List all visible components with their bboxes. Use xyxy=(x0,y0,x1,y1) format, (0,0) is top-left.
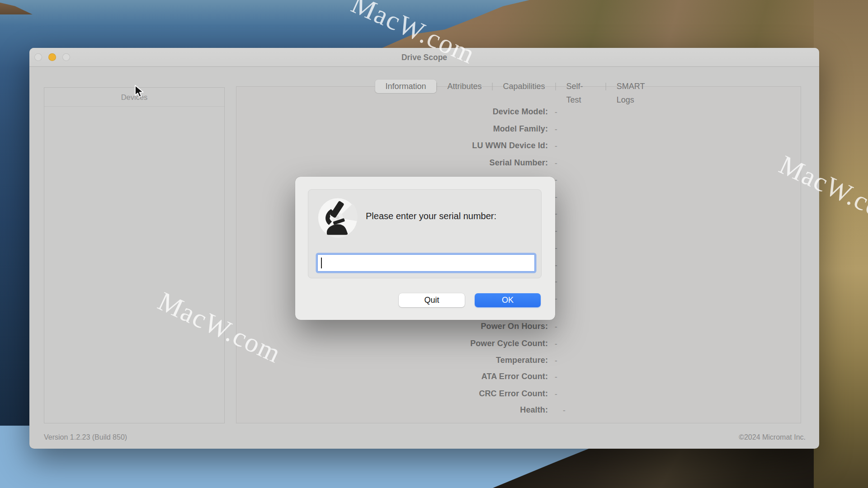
tab-capabilities[interactable]: Capabilities xyxy=(492,80,555,93)
row-label: Temperature: xyxy=(29,353,548,367)
close-button[interactable] xyxy=(34,53,42,61)
serial-dialog: Please enter your serial number: Quit OK xyxy=(295,177,555,320)
serial-input[interactable] xyxy=(317,254,535,272)
wallpaper-rocks xyxy=(493,445,868,488)
tab-information[interactable]: Information xyxy=(375,80,437,93)
row-label: Serial Number: xyxy=(29,156,548,169)
row-label: Device Model: xyxy=(29,105,548,118)
ok-button[interactable]: OK xyxy=(475,293,541,307)
row-value: - xyxy=(555,122,557,136)
info-row: Model Family:- xyxy=(29,122,819,136)
row-label: Power On Hours: xyxy=(29,319,548,333)
row-value: - xyxy=(555,370,557,384)
info-row: Device Model:- xyxy=(29,105,819,118)
info-row: ATA Error Count:- xyxy=(29,370,819,383)
titlebar[interactable]: Drive Scope xyxy=(29,48,819,67)
copyright-text: ©2024 Micromat Inc. xyxy=(739,433,806,441)
row-label: Power Cycle Count: xyxy=(29,337,548,350)
row-label: Health: xyxy=(29,403,548,417)
row-value: - xyxy=(563,404,566,417)
info-row: Power Cycle Count:- xyxy=(29,337,819,350)
wallpaper-cliff xyxy=(814,0,868,488)
tab-self-test[interactable]: Self-Test xyxy=(556,80,605,93)
info-row: Power On Hours:- xyxy=(29,319,819,333)
info-row: CRC Error Count:- xyxy=(29,387,819,400)
info-row: Health:- xyxy=(29,403,819,417)
quit-button[interactable]: Quit xyxy=(399,293,465,307)
row-value: - xyxy=(555,387,557,401)
row-value: - xyxy=(555,320,557,333)
row-label: Model Family: xyxy=(29,122,548,136)
tab-bar: Information Attributes Capabilities Self… xyxy=(375,79,671,94)
tab-attributes[interactable]: Attributes xyxy=(437,80,492,93)
text-cursor xyxy=(321,258,322,268)
row-value: - xyxy=(555,105,557,119)
zoom-button[interactable] xyxy=(62,53,70,61)
info-row: Temperature:- xyxy=(29,353,819,367)
row-value: - xyxy=(555,156,557,170)
row-value: - xyxy=(555,337,557,351)
dialog-prompt: Please enter your serial number: xyxy=(366,211,496,221)
row-value: - xyxy=(555,354,557,367)
microscope-disc-icon xyxy=(317,197,359,239)
info-row: LU WWN Device Id:- xyxy=(29,139,819,152)
row-label: ATA Error Count: xyxy=(29,370,548,383)
window-title: Drive Scope xyxy=(29,48,819,67)
dialog-content-box: Please enter your serial number: xyxy=(308,189,542,278)
info-row: Serial Number:- xyxy=(29,156,819,169)
row-label: LU WWN Device Id: xyxy=(29,139,548,152)
mouse-cursor-icon xyxy=(134,84,146,100)
minimize-button[interactable] xyxy=(48,53,56,61)
tab-smart-logs[interactable]: SMART Logs xyxy=(606,80,671,93)
row-value: - xyxy=(555,139,557,153)
row-label: CRC Error Count: xyxy=(29,387,548,400)
version-text: Version 1.2.23 (Build 850) xyxy=(44,433,127,441)
